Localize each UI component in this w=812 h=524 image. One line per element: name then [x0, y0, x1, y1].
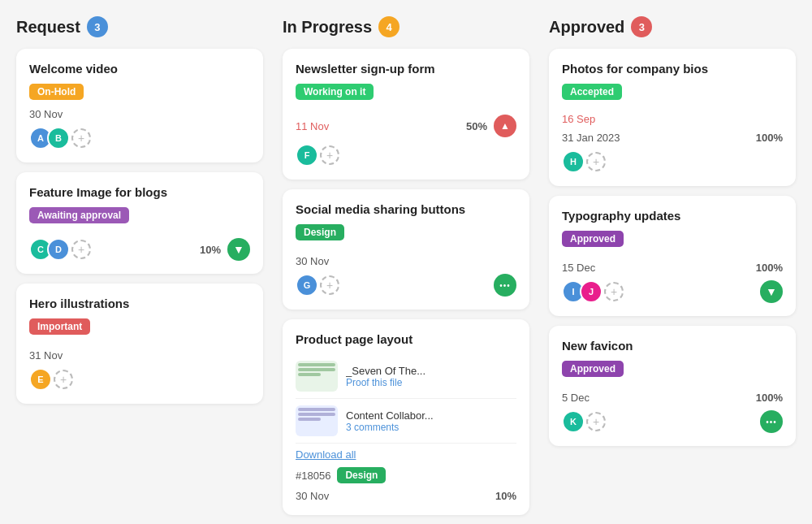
column-title-request: Request [16, 18, 80, 37]
avatar-7: G [296, 274, 318, 297]
column-header-in-progress: In Progress 4 [283, 16, 529, 37]
tag-approved-typography: Approved [562, 231, 624, 247]
card-typography: Typography updates Approved 15 Dec 100% … [549, 196, 796, 316]
add-avatar-button-feature[interactable]: + [71, 240, 91, 259]
right-section-feature: 10% ▼ [200, 238, 250, 261]
add-avatar-button-typography[interactable]: + [604, 282, 624, 301]
date-welcome-video: 30 Nov [29, 108, 250, 120]
bottom-favicon: K + ••• [562, 410, 783, 433]
thumb-mockup-2 [296, 405, 338, 436]
badge-approved: 3 [631, 16, 652, 37]
footer-left-feature: C D + [29, 238, 91, 261]
badge-request: 3 [87, 16, 108, 37]
footer-left-photos: 31 Jan 2023 [562, 132, 620, 144]
card-title-typography: Typography updates [562, 209, 783, 223]
percent-photos: 100% [756, 132, 783, 144]
add-avatar-button[interactable]: + [71, 128, 91, 148]
footer-left-newsletter: 11 Nov [296, 120, 329, 132]
avatars-newsletter: F [296, 144, 313, 167]
date-hero: 31 Nov [29, 349, 63, 362]
avatars-row-typography: I J + [562, 280, 624, 303]
tag-working-on-it: Working on it [296, 84, 374, 100]
thumb-bar-2 [298, 368, 335, 371]
attachment-thumb-1 [296, 361, 338, 392]
avatar-10: J [580, 280, 603, 303]
card-footer-typography: 15 Dec 100% [562, 262, 783, 274]
avatar-8: H [562, 150, 585, 173]
card-title-welcome-video: Welcome video [29, 62, 250, 76]
card-product-page: Product page layout _Seven Of The... Pro… [283, 319, 529, 515]
download-all-link[interactable]: Download all [296, 448, 516, 461]
down-icon-typography: ▼ [760, 280, 783, 303]
date-newsletter: 11 Nov [296, 120, 329, 132]
avatar-4: D [47, 238, 70, 261]
avatars-row-social: G + [296, 274, 339, 297]
avatars-typography: I J [562, 280, 598, 303]
attachment-info-2: Content Collabor... 3 comments [346, 409, 516, 433]
avatar-2: B [47, 127, 70, 149]
tag-on-hold: On-Hold [29, 84, 84, 100]
footer-left: A B + [29, 127, 91, 149]
card-footer-social: 30 Nov [296, 255, 516, 267]
date-social: 30 Nov [296, 255, 329, 267]
column-title-in-progress: In Progress [283, 18, 372, 37]
column-in-progress: In Progress 4 Newsletter sign-up form Wo… [283, 16, 529, 524]
avatars-welcome-video: A B [29, 127, 65, 149]
comments-link[interactable]: 3 comments [346, 422, 516, 433]
right-newsletter: 50% ▲ [466, 115, 516, 137]
ticket-id: #18056 [296, 470, 330, 482]
percent-typography: 100% [756, 262, 783, 274]
percent-newsletter: 50% [466, 120, 487, 132]
avatar-6: F [296, 144, 318, 167]
percent-feature: 10% [200, 244, 221, 256]
tag-accepted: Accepted [562, 84, 622, 100]
percent-product: 10% [495, 490, 516, 502]
column-header-approved: Approved 3 [549, 16, 796, 37]
avatars-feature: C D [29, 238, 65, 261]
attachment-thumb-2 [296, 405, 338, 436]
add-avatar-button-hero[interactable]: + [54, 370, 73, 389]
avatars-row-newsletter: F + [296, 144, 516, 167]
card-title-social: Social media sharing buttons [296, 202, 516, 216]
card-feature-image: Feature Image for blogs Awaiting approva… [16, 172, 263, 274]
card-title-feature-image: Feature Image for blogs [29, 185, 250, 199]
thumb-bar2-2 [298, 413, 335, 416]
down-icon: ▼ [227, 238, 250, 261]
tag-approved-favicon: Approved [562, 361, 624, 377]
percent-favicon: 100% [756, 392, 783, 404]
dots-icon-favicon: ••• [760, 410, 783, 433]
card-footer-welcome-video: A B + [29, 127, 250, 149]
thumb-mockup-1 [296, 361, 338, 392]
card-title-newsletter: Newsletter sign-up form [296, 62, 516, 76]
avatar-11: K [562, 410, 585, 433]
thumb-bar-1 [298, 363, 335, 366]
avatars-row-favicon: K + [562, 410, 606, 433]
date2-photos: 31 Jan 2023 [562, 132, 620, 144]
card-new-favicon: New favicon Approved 5 Dec 100% K + ••• [549, 326, 796, 446]
column-header-request: Request 3 [16, 16, 263, 37]
footer-left-hero: 31 Nov [29, 349, 63, 362]
dots-icon-social: ••• [494, 274, 516, 297]
tag-awaiting-approval: Awaiting approval [29, 207, 129, 223]
tag-important: Important [29, 318, 90, 335]
add-avatar-button-favicon[interactable]: + [586, 412, 606, 431]
kanban-board: Request 3 Welcome video On-Hold 30 Nov A… [16, 16, 796, 524]
avatars-hero: E + [29, 368, 250, 391]
add-avatar-button-social[interactable]: + [320, 275, 339, 295]
hero-bottom: E + [29, 368, 250, 391]
column-approved: Approved 3 Photos for company bios Accep… [549, 16, 796, 524]
card-footer-newsletter: 11 Nov 50% ▲ [296, 115, 516, 137]
card-footer-favicon: 5 Dec 100% [562, 392, 783, 404]
card-hero-illustrations: Hero illustrations Important 31 Nov E + [16, 284, 263, 404]
bottom-social: G + ••• [296, 274, 516, 297]
card-newsletter: Newsletter sign-up form Working on it 11… [283, 49, 529, 180]
ticket-row: #18056 Design [296, 467, 516, 483]
card-footer-feature-image: C D + 10% ▼ [29, 238, 250, 261]
add-avatar-button-photos[interactable]: + [586, 152, 606, 171]
add-avatar-button-newsletter[interactable]: + [320, 145, 339, 165]
avatars-social: G [296, 274, 313, 297]
card-title-favicon: New favicon [562, 339, 783, 353]
thumb-bar2-3 [298, 418, 321, 421]
proof-this-link[interactable]: Proof this file [346, 377, 516, 388]
date-typography: 15 Dec [562, 262, 595, 274]
